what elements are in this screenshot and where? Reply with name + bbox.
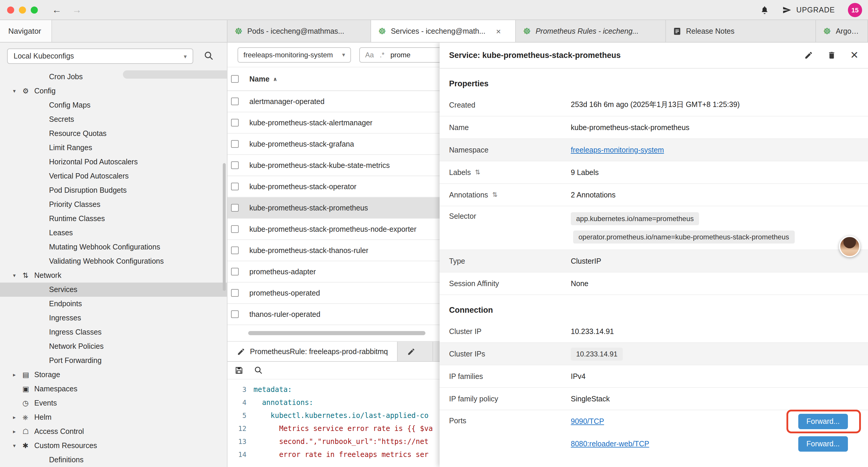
port-forward-button[interactable]: Forward... (798, 414, 848, 429)
sidebar-item[interactable]: Endpoints (0, 297, 227, 311)
code-text: kubectl.kubernetes.io/last-applied-co (253, 409, 428, 422)
forward-button-annotation: Forward... (798, 414, 848, 429)
row-checkbox[interactable] (231, 119, 239, 126)
sidebar-item[interactable]: Config Maps (0, 98, 227, 112)
delete-resource-button[interactable] (827, 51, 836, 60)
row-checkbox[interactable] (231, 204, 239, 212)
horizontal-scrollbar[interactable] (248, 331, 426, 335)
row-checkbox[interactable] (231, 140, 239, 148)
sidebar-item[interactable]: Definitions (0, 453, 227, 467)
dock-tab-prometheusrule[interactable]: PrometheusRule: freeleaps-prod-rabbitmq (227, 342, 398, 361)
notification-count-badge[interactable]: 15 (848, 3, 862, 17)
sidebar-item-label: Leases (49, 229, 73, 237)
sidebar-item[interactable]: Validating Webhook Configurations (0, 254, 227, 268)
sidebar-item[interactable]: Cron Jobs (0, 70, 227, 84)
sidebar-item[interactable]: Priority Classes (0, 198, 227, 212)
sidebar-item-network[interactable]: ▾ ⇅ Network (0, 268, 227, 283)
chevron-icon: ▸ (13, 372, 23, 378)
back-button[interactable]: ← (52, 4, 61, 15)
chevron-icon: ▾ (13, 443, 23, 449)
match-case-toggle[interactable]: Aa (365, 51, 374, 59)
sidebar-item-storage[interactable]: ▸ ▤ Storage (0, 368, 227, 382)
notifications-bell-button[interactable] (760, 5, 769, 14)
row-checkbox[interactable] (231, 246, 239, 254)
forward-button[interactable]: → (72, 4, 82, 15)
select-all-checkbox[interactable] (231, 75, 239, 83)
tab-prometheus-rules[interactable]: ☸ Prometheus Rules - icecheng... (516, 20, 666, 42)
service-name: kube-prometheus-stack-alertmanager (249, 119, 373, 127)
section-icon: ▣ (23, 385, 34, 393)
row-checkbox[interactable] (231, 268, 239, 275)
regex-toggle[interactable]: .* (380, 51, 384, 59)
code-text: Metrics service error rate is {{ $va (253, 422, 433, 435)
sidebar-item-access-control[interactable]: ▸ ☖ Access Control (0, 425, 227, 439)
sidebar-item[interactable]: Limit Ranges (0, 141, 227, 155)
sidebar-item-namespaces[interactable]: ▣ Namespaces (0, 382, 227, 396)
port-forward-button[interactable]: Forward... (798, 436, 848, 451)
row-checkbox[interactable] (231, 183, 239, 191)
close-drawer-button[interactable]: ✕ (850, 49, 859, 61)
kubeconfig-select[interactable]: Local Kubeconfigs ▾ (7, 49, 193, 64)
search-value: prome (390, 51, 410, 59)
edit-icon (804, 51, 813, 60)
sidebar-item-config[interactable]: ▾ ⚙ Config (0, 84, 227, 98)
row-checkbox[interactable] (231, 310, 239, 318)
sidebar-search-button[interactable] (204, 51, 214, 61)
sidebar-item-services[interactable]: Services (0, 283, 227, 297)
tab-services[interactable]: ☸ Services - icecheng@math... × (371, 20, 516, 42)
sidebar-item-label: Validating Webhook Configurations (49, 257, 164, 265)
close-window-button[interactable] (7, 6, 14, 13)
sidebar-item[interactable]: Vertical Pod Autoscalers (0, 169, 227, 183)
sidebar-item[interactable]: Resource Quotas (0, 126, 227, 141)
sidebar-item[interactable]: Runtime Classes (0, 212, 227, 226)
row-checkbox[interactable] (231, 225, 239, 233)
tab-argo[interactable]: ☸ Argo Se (816, 20, 868, 42)
avatar[interactable] (839, 236, 860, 257)
tab-pods[interactable]: ☸ Pods - icecheng@mathmas... (227, 20, 371, 42)
expand-annotations-icon[interactable]: ⇅ (492, 191, 498, 199)
sidebar-item-custom-resources[interactable]: ▾ ✱ Custom Resources (0, 439, 227, 453)
sidebar-item-events[interactable]: ◷ Events (0, 396, 227, 410)
expand-labels-icon[interactable]: ⇅ (475, 169, 480, 176)
namespace-select[interactable]: freeleaps-monitoring-system ▾ (238, 47, 351, 62)
code-text: annotations: (253, 396, 313, 409)
close-tab-icon[interactable]: × (496, 26, 501, 36)
sidebar-vertical-scrollbar[interactable] (223, 163, 226, 291)
sidebar-item[interactable]: Horizontal Pod Autoscalers (0, 155, 227, 169)
zoom-window-button[interactable] (31, 6, 38, 13)
sidebar-item[interactable]: Pod Disruption Budgets (0, 183, 227, 198)
row-checkbox[interactable] (231, 162, 239, 169)
service-name: prometheus-operated (249, 289, 320, 297)
sidebar-item[interactable]: Secrets (0, 112, 227, 126)
kubernetes-cluster-icon: ☸ (523, 27, 531, 35)
sidebar-item[interactable]: Ingresses (0, 311, 227, 325)
sidebar-item[interactable]: Port Forwarding (0, 353, 227, 368)
drawer-row-cluster-ip: Cluster IP 10.233.14.91 (440, 320, 868, 343)
code-text: second.","runbook_url":"https://net (253, 435, 428, 448)
row-checkbox[interactable] (231, 97, 239, 105)
kubernetes-cluster-icon: ☸ (235, 27, 243, 35)
editor-search-button[interactable] (254, 366, 263, 375)
dock-tab-partial[interactable] (398, 342, 433, 361)
code-text: error rate in freeleaps metrics ser (253, 448, 428, 461)
sidebar-item[interactable]: Leases (0, 226, 227, 240)
sidebar-item-label: Services (49, 286, 78, 294)
sidebar-item[interactable]: Mutating Webhook Configurations (0, 240, 227, 254)
edit-resource-button[interactable] (804, 51, 813, 60)
sidebar-item[interactable]: Ingress Classes (0, 325, 227, 339)
tab-release-notes[interactable]: Release Notes (666, 20, 816, 42)
port-link[interactable]: 8080:reloader-web/TCP (571, 440, 649, 448)
navigator-tab[interactable]: Navigator (0, 20, 52, 42)
save-button[interactable] (235, 366, 243, 375)
row-checkbox[interactable] (231, 289, 239, 297)
minimize-window-button[interactable] (19, 6, 26, 13)
properties-heading: Properties (440, 68, 868, 94)
name-column-header[interactable]: Name ∧ (249, 75, 277, 83)
namespace-link[interactable]: freeleaps-monitoring-system (571, 146, 859, 154)
drawer-row-namespace: Namespace freeleaps-monitoring-system (440, 139, 868, 162)
sidebar-item[interactable]: Network Policies (0, 339, 227, 353)
port-link[interactable]: 9090/TCP (571, 417, 604, 426)
sidebar-item-label: Definitions (49, 456, 84, 464)
sidebar-item-helm[interactable]: ▸ ⎈ Helm (0, 410, 227, 425)
upgrade-button[interactable]: UPGRADE (782, 5, 835, 14)
